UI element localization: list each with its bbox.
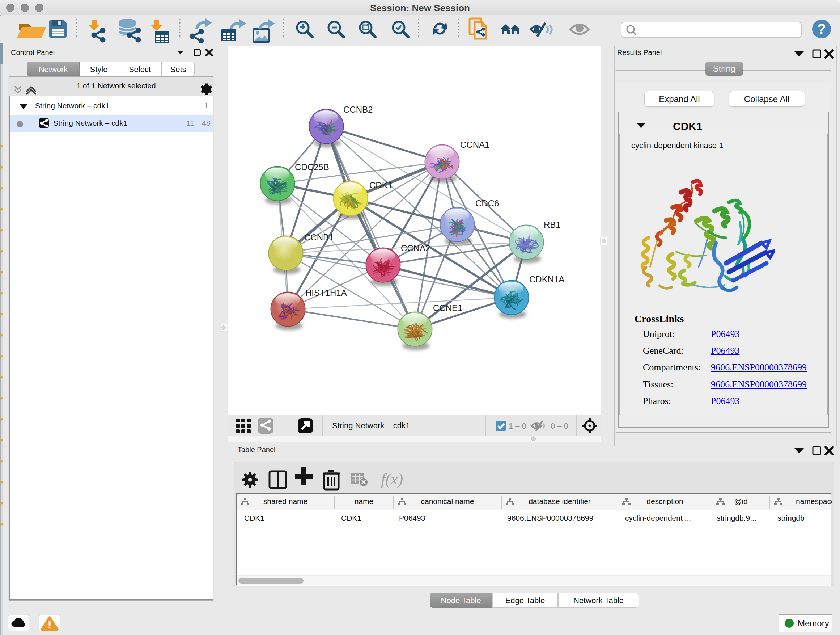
svg-text:HIST1H1A: HIST1H1A — [305, 288, 347, 298]
svg-text:CCNE1: CCNE1 — [433, 303, 462, 313]
svg-text:CCNA2: CCNA2 — [401, 243, 430, 253]
svg-text:CDC6: CDC6 — [475, 198, 499, 208]
svg-text:CCNB1: CCNB1 — [304, 233, 333, 242]
svg-text:f(x): f(x) — [381, 470, 403, 488]
svg-text:CDKN1A: CDKN1A — [529, 274, 564, 284]
svg-text:RB1: RB1 — [544, 220, 561, 230]
svg-text:CCNA1: CCNA1 — [460, 140, 489, 149]
svg-text:?: ? — [817, 21, 826, 36]
svg-text:CCNB2: CCNB2 — [343, 105, 373, 114]
svg-text:CDK1: CDK1 — [369, 180, 393, 190]
svg-text:CDC25B: CDC25B — [295, 162, 329, 172]
